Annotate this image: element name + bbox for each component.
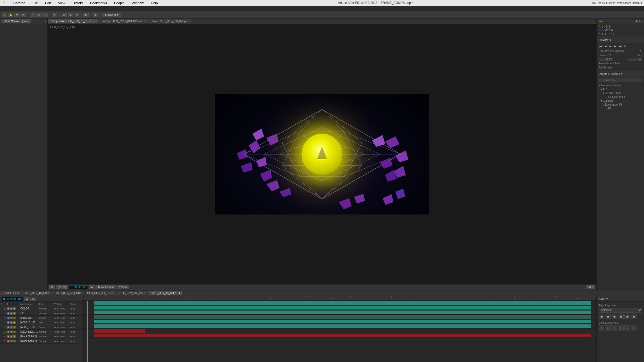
lock-icon-8[interactable]: 🔒 xyxy=(13,340,16,342)
solo-icon-7[interactable]: ◉ xyxy=(7,335,10,338)
effects-item-fill-color-wipe[interactable]: ⬦ Fill Color Wipe xyxy=(597,95,644,99)
preview-next-frame[interactable]: ▶ xyxy=(613,44,617,48)
solo-icon-5[interactable]: ◉ xyxy=(7,326,10,329)
align-top[interactable]: ⬤ xyxy=(618,314,624,319)
solo-icon-1[interactable]: ◉ xyxy=(7,307,10,310)
effects-cat-generate[interactable]: ▾ Generate xyxy=(597,99,644,103)
timeline-time-display[interactable]: 0:00:00:00 xyxy=(2,297,23,301)
tool-paint[interactable]: 🖌 xyxy=(62,13,67,17)
comp-tab-close-0[interactable]: × xyxy=(94,20,95,23)
dist-center-v[interactable]: ≡ xyxy=(624,325,630,331)
lock-icon-3[interactable]: 🔒 xyxy=(13,317,16,319)
vis-icon-7[interactable]: 👁 xyxy=(10,335,13,338)
preview-loop[interactable]: ↺ xyxy=(623,44,627,48)
vis-icon-3[interactable]: 👁 xyxy=(10,317,13,319)
timeline-tab-1[interactable]: GEO_DEV_2Z_CORE xyxy=(53,291,84,295)
comp-tab-1[interactable]: Footage: A001_C002_0130RR.mov × xyxy=(98,19,149,23)
menu-window[interactable]: Window xyxy=(130,1,145,5)
tool-pen[interactable]: ✏ xyxy=(30,13,35,17)
layer-mode-2[interactable]: Normal xyxy=(39,312,53,315)
tool-roto[interactable]: ⋈ xyxy=(83,13,89,17)
layer-mode-1[interactable]: Normal xyxy=(39,307,53,310)
layer-row-8[interactable]: 8 ◉ 👁 🔒 [Black Solid 1] Normal None None xyxy=(0,339,83,343)
solo-icon-8[interactable]: ◉ xyxy=(7,340,10,342)
comp-tab-2[interactable]: Layer: GEO_DEV_SIX_8.png × xyxy=(149,19,192,23)
frame-rate-value[interactable]: 29.97 xyxy=(599,58,613,61)
layer-row-7[interactable]: 7 ◉ 👁 🔒 [Black Solid 3] Normal None None xyxy=(0,334,83,339)
lock-icon-6[interactable]: 🔒 xyxy=(13,331,16,333)
timeline-tab-active[interactable]: GEO_DEV_10_CORE ▼ xyxy=(149,291,183,295)
timeline-tab-render-queue[interactable]: Render Queue xyxy=(0,291,22,295)
viewer-plus-btn[interactable]: +0.0 xyxy=(586,285,595,289)
tool-text[interactable]: T xyxy=(52,13,57,17)
layer-mode-6[interactable]: Normal xyxy=(39,331,53,333)
tool-hand[interactable]: ✋ xyxy=(8,13,13,17)
tool-zoom[interactable]: 🔍 xyxy=(14,13,20,17)
lock-icon-1[interactable]: 🔒 xyxy=(13,307,16,310)
comp-tab-close-1[interactable]: × xyxy=(144,20,146,23)
align-center-h[interactable]: ⬤ xyxy=(605,314,611,319)
timeline-tab-3[interactable]: GEO_DEV_SIX_CORE xyxy=(117,291,149,295)
dist-center-h[interactable]: ≡ xyxy=(605,325,611,331)
menu-view[interactable]: View xyxy=(56,1,67,5)
preview-last[interactable]: ▶| xyxy=(618,44,622,48)
lock-icon-4[interactable]: 🔒 xyxy=(13,321,16,324)
tool-select[interactable]: ▸ xyxy=(2,13,7,17)
time-display-viewer[interactable]: 0:00:00:09 xyxy=(69,285,88,289)
preview-prev-frame[interactable]: ◀ xyxy=(604,44,608,48)
menu-help[interactable]: Help xyxy=(149,1,159,5)
effects-item-fill-stroke[interactable]: ▾ Fill and Stroke xyxy=(597,91,644,95)
vis-icon-4[interactable]: 👁 xyxy=(10,321,13,324)
solo-icon-2[interactable]: ◉ xyxy=(7,312,10,315)
tool-rotate[interactable]: ↻ xyxy=(21,13,26,17)
layer-row-5[interactable]: 5 ◉ 👁 🔒 [A005_C...88.mov] Screen None No… xyxy=(0,325,83,330)
timeline-fps[interactable]: fps xyxy=(30,297,37,301)
timeline-tab-0[interactable]: GEO_DEV_10_CORE xyxy=(22,291,54,295)
timeline-menu[interactable]: ☰ xyxy=(24,297,29,301)
layer-mode-8[interactable]: Normal xyxy=(39,340,53,342)
effects-cat-animation[interactable]: ▾ Animation Presets xyxy=(597,83,644,87)
layer-mode-4[interactable]: Add xyxy=(39,321,53,324)
solo-icon-3[interactable]: ◉ xyxy=(7,317,10,319)
play-pause[interactable]: ▶ xyxy=(89,285,95,289)
tool-rect-mask[interactable]: □ xyxy=(36,13,41,17)
menu-people[interactable]: People xyxy=(113,1,126,5)
layer-mode-7[interactable]: Normal xyxy=(39,335,53,338)
comp-tab-0[interactable]: Composition: GEO_DEV_10_CORE × xyxy=(48,19,98,23)
layer-row-6[interactable]: 6 ◉ 👁 🔒 [GEO_DEV...A.png] Normal None No… xyxy=(0,330,83,334)
align-bottom[interactable]: ⬤ xyxy=(631,314,637,319)
align-to-select[interactable]: Selection xyxy=(599,308,642,313)
effects-item-fill[interactable]: ⬦ Fill xyxy=(597,107,644,110)
preview-play[interactable]: ▶ xyxy=(608,44,613,48)
layer-row-2[interactable]: 2 ◉ 👁 🔒 FX Normal None None xyxy=(0,311,83,316)
lock-icon-2[interactable]: 🔒 xyxy=(13,312,16,315)
zoom-level[interactable]: (191%) xyxy=(56,285,68,289)
solo-icon-4[interactable]: ◉ xyxy=(7,321,10,324)
align-left[interactable]: ⬤ xyxy=(599,314,604,319)
dist-bottom[interactable]: ≡ xyxy=(631,325,637,331)
menu-edit[interactable]: Edit xyxy=(44,1,52,5)
timeline-tab-2[interactable]: GEO_DEV_SIX_CORE xyxy=(84,291,117,295)
tool-puppet[interactable]: ⊕ xyxy=(93,13,98,17)
layer-row-1[interactable]: 1 ◉ 👁 🔒 COLOR Normal None None xyxy=(0,306,83,311)
snapping-toggle[interactable]: Snapping ▼ xyxy=(103,13,121,17)
lock-icon-5[interactable]: 🔒 xyxy=(13,326,16,329)
layer-mode-3[interactable]: Screen xyxy=(39,317,53,319)
layer-row-4[interactable]: 4 ◉ 👁 🔒 [A005_C...88.mov] Add None None xyxy=(0,320,83,325)
comp-tab-close-2[interactable]: × xyxy=(187,20,189,23)
solo-icon-6[interactable]: ◉ xyxy=(7,331,10,333)
preview-first[interactable]: |◀ xyxy=(599,44,603,48)
align-right[interactable]: ⬤ xyxy=(612,314,617,319)
dist-right[interactable]: ≡ xyxy=(612,325,617,331)
layer-row-3[interactable]: 3 ◉ 👁 🔒 [dust2.jpg] Screen None None xyxy=(0,316,83,320)
tool-stamp[interactable]: ◈ xyxy=(68,13,73,17)
view-count[interactable]: 1 View xyxy=(117,285,129,289)
toggle-grid[interactable]: ⊞ xyxy=(49,285,55,289)
effects-item-eyedropper[interactable]: ⬦ Eyedropper Fill xyxy=(597,103,644,107)
canvas-area[interactable] xyxy=(215,94,429,214)
dist-left[interactable]: ≡ xyxy=(599,325,604,331)
menu-chrome[interactable]: Chrome xyxy=(12,1,27,5)
ram-preview-dropdown[interactable]: ▼ xyxy=(640,50,642,52)
effect-controls-close[interactable]: × xyxy=(44,20,46,23)
dist-top[interactable]: ≡ xyxy=(618,325,624,331)
